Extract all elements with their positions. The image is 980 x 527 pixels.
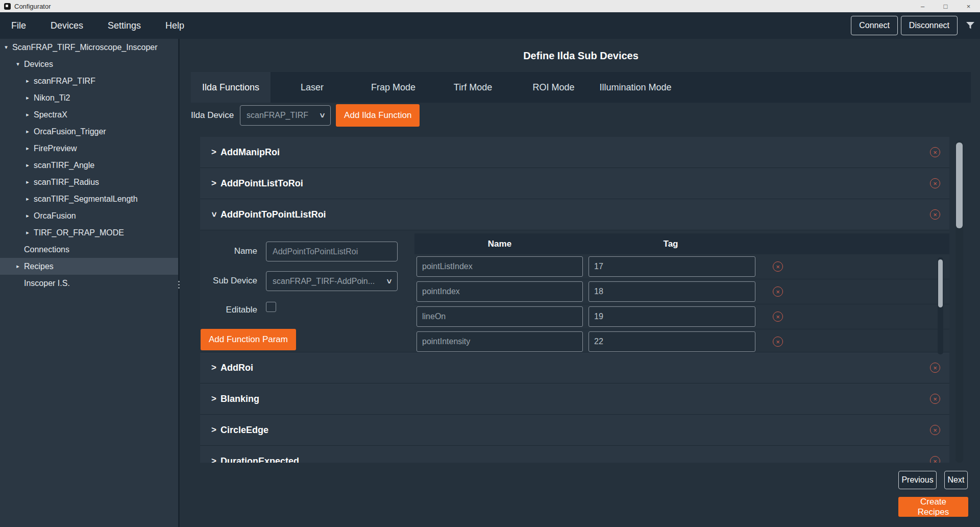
minimize-button[interactable]: – bbox=[911, 0, 934, 12]
tree-collapsed-icon: ▸ bbox=[23, 196, 32, 202]
function-list-scrollbar-thumb[interactable] bbox=[956, 142, 963, 228]
tree-label: scanTIRF_Radius bbox=[34, 178, 99, 187]
delete-param-icon[interactable]: × bbox=[773, 286, 783, 297]
menubar: File Devices Settings Help Connect Disco… bbox=[0, 12, 980, 39]
chevron-down-icon: > bbox=[209, 209, 219, 220]
previous-button[interactable]: Previous bbox=[898, 471, 937, 489]
tab-frap-mode[interactable]: Frap Mode bbox=[354, 72, 433, 103]
tree-label: TIRF_OR_FRAP_MODE bbox=[34, 228, 124, 237]
tab-laser[interactable]: Laser bbox=[271, 72, 354, 103]
tree-item-scanfrap-tirf[interactable]: ▸scanFRAP_TIRF bbox=[0, 73, 178, 89]
tree-item-scantirf-radius[interactable]: ▸scanTIRF_Radius bbox=[0, 174, 178, 190]
tab-tirf-mode[interactable]: Tirf Mode bbox=[433, 72, 513, 103]
ilda-device-value: scanFRAP_TIRF bbox=[247, 111, 308, 120]
connect-button[interactable]: Connect bbox=[851, 16, 898, 35]
tree-item-devices[interactable]: ▾Devices bbox=[0, 56, 178, 73]
editable-label: Editable bbox=[200, 305, 257, 315]
section-content-addpointtopointlistroi: Name Sub Device scanFRAP_TIRF-AddPoin...… bbox=[200, 230, 949, 352]
tree-label: scanFRAP_TIRF bbox=[34, 77, 95, 86]
section-title: Blanking bbox=[220, 394, 259, 404]
delete-section-icon[interactable]: × bbox=[930, 425, 940, 435]
param-name-input[interactable] bbox=[416, 281, 583, 302]
disconnect-button[interactable]: Disconnect bbox=[901, 16, 958, 35]
param-name-input[interactable] bbox=[416, 331, 583, 352]
tree-collapsed-icon: ▸ bbox=[23, 212, 32, 219]
param-table-scrollbar[interactable] bbox=[938, 257, 943, 354]
delete-param-icon[interactable]: × bbox=[773, 337, 783, 347]
close-button[interactable]: × bbox=[957, 0, 980, 12]
section-addmaniproi[interactable]: > AddManipRoi × bbox=[200, 137, 949, 168]
param-name-input[interactable] bbox=[416, 256, 583, 277]
param-name-input[interactable] bbox=[416, 306, 583, 327]
tree-item-nikon-ti2[interactable]: ▸Nikon_Ti2 bbox=[0, 89, 178, 106]
tab-roi-mode[interactable]: ROI Mode bbox=[513, 72, 594, 103]
function-list-scrollbar[interactable] bbox=[955, 140, 963, 463]
delete-section-icon[interactable]: × bbox=[930, 178, 940, 188]
tree-item-connections[interactable]: Connections bbox=[0, 241, 178, 258]
section-title: AddPointListToRoi bbox=[220, 178, 303, 189]
param-tag-input[interactable] bbox=[589, 306, 755, 327]
ilda-device-row: Ilda Device scanFRAP_TIRF > Add Ilda Fun… bbox=[191, 104, 420, 127]
add-ilda-function-button[interactable]: Add Ilda Function bbox=[336, 104, 420, 127]
filter-icon[interactable] bbox=[966, 21, 975, 30]
window-title: Configurator bbox=[14, 3, 51, 10]
param-table-scrollbar-thumb[interactable] bbox=[938, 259, 943, 307]
sub-device-select[interactable]: scanFRAP_TIRF-AddPoin... > bbox=[266, 271, 398, 291]
tree-label: Recipes bbox=[24, 262, 54, 271]
tree-item-tirf-or-frap-mode[interactable]: ▸TIRF_OR_FRAP_MODE bbox=[0, 224, 178, 241]
delete-section-icon[interactable]: × bbox=[930, 363, 940, 373]
tree-label: Inscoper I.S. bbox=[24, 279, 70, 288]
app-icon bbox=[4, 3, 11, 10]
create-recipes-button[interactable]: Create Recipes bbox=[898, 497, 968, 517]
param-tag-input[interactable] bbox=[589, 331, 755, 352]
maximize-button[interactable]: □ bbox=[934, 0, 957, 12]
section-title: AddManipRoi bbox=[220, 147, 280, 158]
editable-checkbox[interactable] bbox=[266, 302, 276, 312]
param-table-header: Name Tag bbox=[414, 233, 949, 254]
delete-param-icon[interactable]: × bbox=[773, 261, 783, 272]
menu-help[interactable]: Help bbox=[165, 20, 184, 31]
tree-item-spectrax[interactable]: ▸SpectraX bbox=[0, 106, 178, 123]
menu-devices[interactable]: Devices bbox=[51, 20, 83, 31]
tree-item-orcafusion[interactable]: ▸OrcaFusion bbox=[0, 207, 178, 224]
param-tag-input[interactable] bbox=[589, 256, 755, 277]
tree-item-root[interactable]: ▾ScanFRAP_TIRF_Microscope_Inscoper bbox=[0, 39, 178, 56]
delete-section-icon[interactable]: × bbox=[930, 456, 940, 463]
param-row: × bbox=[414, 304, 949, 329]
section-durationexpected[interactable]: > DurationExpected × bbox=[200, 446, 949, 463]
ilda-device-select[interactable]: scanFRAP_TIRF > bbox=[240, 105, 331, 126]
delete-section-icon[interactable]: × bbox=[930, 394, 940, 404]
section-addroi[interactable]: > AddRoi × bbox=[200, 352, 949, 384]
tree-item-orcafusion-trigger[interactable]: ▸OrcaFusion_Trigger bbox=[0, 123, 178, 140]
section-addpointlisttoroi[interactable]: > AddPointListToRoi × bbox=[200, 168, 949, 199]
tree-label: scanTIRF_SegmentalLength bbox=[34, 195, 138, 204]
delete-param-icon[interactable]: × bbox=[773, 312, 783, 322]
tree-expanded-icon: ▾ bbox=[2, 44, 10, 51]
page-title: Define Ilda Sub Devices bbox=[191, 50, 971, 62]
function-name-input[interactable] bbox=[266, 242, 398, 261]
tree-item-recipes[interactable]: ▸Recipes bbox=[0, 258, 178, 275]
chevron-right-icon: > bbox=[208, 363, 219, 373]
section-circleedge[interactable]: > CircleEdge × bbox=[200, 415, 949, 446]
param-tag-input[interactable] bbox=[589, 281, 755, 302]
next-button[interactable]: Next bbox=[944, 471, 968, 489]
section-blanking[interactable]: > Blanking × bbox=[200, 384, 949, 415]
menu-settings[interactable]: Settings bbox=[108, 20, 141, 31]
chevron-down-icon: > bbox=[384, 279, 393, 283]
tree-label: ScanFRAP_TIRF_Microscope_Inscoper bbox=[12, 43, 158, 52]
tab-ilda-functions[interactable]: Ilda Functions bbox=[191, 72, 271, 103]
tree-item-scantirf-segmentallength[interactable]: ▸scanTIRF_SegmentalLength bbox=[0, 190, 178, 207]
delete-section-icon[interactable]: × bbox=[930, 209, 940, 220]
tree-label: FirePreview bbox=[34, 144, 77, 153]
tree-collapsed-icon: ▸ bbox=[23, 128, 32, 135]
add-function-param-button[interactable]: Add Function Param bbox=[201, 329, 296, 350]
menu-file[interactable]: File bbox=[11, 20, 26, 31]
tree-item-scantirf-angle[interactable]: ▸scanTIRF_Angle bbox=[0, 157, 178, 174]
tree-item-inscoper-is[interactable]: Inscoper I.S. bbox=[0, 275, 178, 292]
section-addpointtopointlistroi[interactable]: > AddPointToPointListRoi × bbox=[200, 199, 949, 230]
chevron-right-icon: > bbox=[208, 147, 219, 157]
tree-item-firepreview[interactable]: ▸FirePreview bbox=[0, 140, 178, 157]
tab-illumination-mode[interactable]: Illumination Mode bbox=[594, 72, 677, 103]
chevron-right-icon: > bbox=[208, 394, 219, 404]
delete-section-icon[interactable]: × bbox=[930, 147, 940, 157]
